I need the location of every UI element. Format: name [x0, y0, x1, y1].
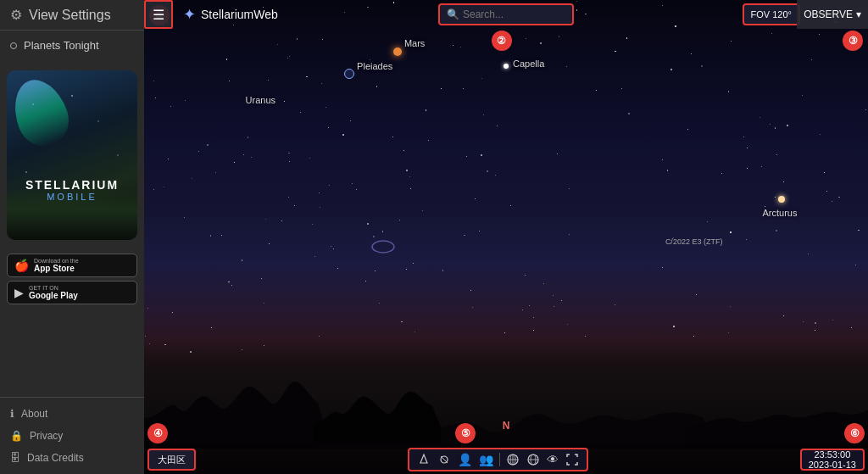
annotation-2: ②: [492, 31, 512, 51]
star: [865, 109, 866, 110]
svg-point-1: [372, 241, 394, 253]
google-play-button[interactable]: ▶ GET IT ON Google Play: [7, 281, 137, 304]
star: [289, 161, 290, 162]
gear-icon: ⚙: [10, 7, 22, 23]
star: [269, 243, 270, 245]
toolbar-group-persons[interactable]: 👥: [476, 453, 496, 466]
date-label: 2023-01-13: [809, 460, 856, 470]
star: [701, 65, 703, 67]
toolbar-grid[interactable]: [504, 453, 522, 466]
star: [529, 305, 530, 306]
star: [487, 170, 488, 172]
star: [221, 235, 222, 236]
star: [464, 235, 465, 237]
store-buttons: 🍎 Download on the App Store ▶ GET IT ON …: [0, 250, 144, 311]
star: [497, 125, 498, 127]
star: [858, 230, 860, 231]
star: [277, 44, 278, 45]
star: [670, 69, 672, 70]
star: [615, 51, 616, 53]
star: [687, 129, 688, 130]
star: [287, 58, 288, 59]
star: [422, 210, 423, 211]
hamburger-icon: ☰: [153, 7, 164, 23]
star: [819, 34, 820, 35]
fov-label: FOV 120°: [751, 9, 792, 20]
star: [770, 124, 771, 125]
annotation-6: ⑥: [844, 423, 865, 443]
database-icon: 🗄: [10, 452, 20, 464]
main-sky-area[interactable]: ☰ ✦ StellariumWeb 🔍 FOV 120° OBSERVE ▾ ①…: [144, 0, 868, 474]
star: [288, 153, 290, 154]
apple-icon: 🍎: [14, 259, 29, 272]
observe-button[interactable]: OBSERVE ▾: [797, 0, 868, 29]
toolbar-fullscreen[interactable]: [563, 453, 581, 466]
toolbar-constellation-lines[interactable]: [415, 453, 433, 466]
star: [525, 275, 526, 276]
annotation-3: ③: [843, 31, 863, 51]
star: [747, 148, 748, 148]
star: [251, 157, 252, 158]
star: [747, 168, 748, 169]
view-settings-label: View Settings: [29, 8, 111, 23]
star: [309, 158, 310, 159]
star: [526, 38, 526, 39]
toolbar-single-person[interactable]: 👤: [455, 453, 475, 466]
star: [543, 283, 544, 284]
star: [832, 201, 832, 202]
search-input[interactable]: [463, 8, 565, 20]
appstore-text: Download on the App Store: [34, 258, 79, 273]
location-button[interactable]: 大田区: [147, 449, 196, 471]
star: [321, 83, 322, 84]
search-bar[interactable]: 🔍: [438, 3, 574, 25]
planets-tonight-label: Planets Tonight: [24, 39, 99, 52]
stellarium-mobile-card: STELLARIUM MOBILE: [7, 70, 137, 240]
star: [306, 76, 308, 78]
star: [367, 223, 369, 225]
star: [783, 315, 784, 316]
sidebar-item-planets-tonight[interactable]: Planets Tonight: [0, 31, 144, 60]
star: [596, 90, 597, 91]
star: [320, 207, 320, 208]
toolbar-separator-1: [499, 453, 500, 466]
appstore-button[interactable]: 🍎 Download on the App Store: [7, 254, 137, 277]
star: [392, 137, 393, 137]
sidebar-item-privacy[interactable]: 🔒 Privacy: [0, 425, 144, 447]
star: [406, 170, 408, 171]
star: [328, 127, 329, 128]
sidebar-item-about[interactable]: ℹ About: [0, 403, 144, 425]
star: [350, 120, 351, 121]
annotation-4: ④: [147, 423, 168, 443]
card-title: STELLARIUM: [7, 178, 137, 192]
fov-button[interactable]: FOV 120°: [743, 3, 800, 25]
menu-button[interactable]: ☰: [144, 0, 173, 29]
star: [776, 154, 777, 155]
logo-area: ✦ StellariumWeb: [173, 5, 288, 24]
star: [761, 166, 763, 168]
toolbar-constellation-art[interactable]: [435, 453, 453, 466]
star: [281, 220, 282, 221]
toolbar-globe[interactable]: [524, 453, 542, 466]
star: [569, 234, 570, 235]
constellation-art-icon: [437, 453, 451, 466]
star: [319, 192, 320, 193]
star: [153, 189, 154, 190]
search-icon: 🔍: [447, 8, 459, 20]
star: [226, 59, 228, 60]
star: [401, 321, 403, 323]
star: [730, 231, 732, 233]
star: [775, 127, 776, 129]
star: [838, 197, 840, 198]
star: [264, 303, 264, 304]
star: [441, 88, 442, 89]
star: [460, 47, 461, 47]
star: [746, 239, 747, 240]
star: [820, 134, 821, 135]
sidebar-bottom: ℹ About 🔒 Privacy 🗄 Data Credits: [0, 397, 144, 474]
toolbar-eye[interactable]: 👁: [544, 453, 561, 466]
dot-icon: [10, 42, 17, 49]
sidebar-item-data-credits[interactable]: 🗄 Data Credits: [0, 447, 144, 469]
star: [410, 188, 411, 189]
star: [775, 197, 776, 198]
card-subtitle: MOBILE: [7, 192, 137, 202]
